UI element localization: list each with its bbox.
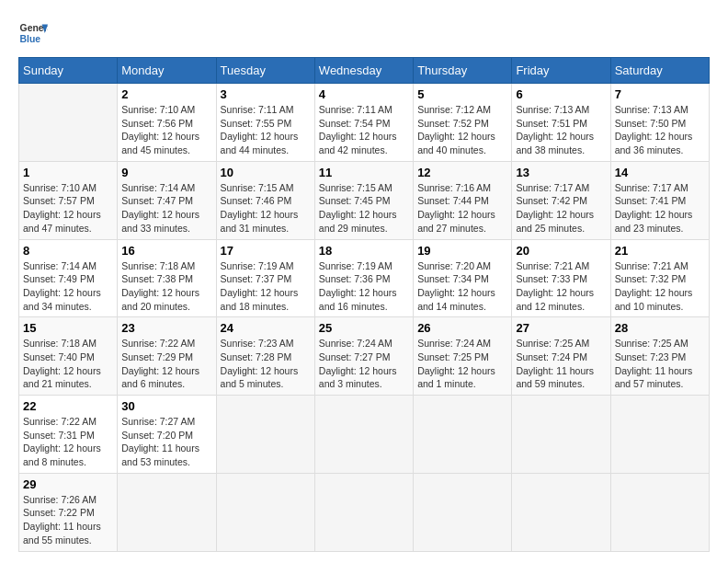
day-info: Sunrise: 7:16 AMSunset: 7:44 PMDaylight:… (417, 181, 507, 236)
calendar-day-cell: 1Sunrise: 7:10 AMSunset: 7:57 PMDaylight… (19, 161, 118, 239)
calendar-week-row: 2Sunrise: 7:10 AMSunset: 7:56 PMDaylight… (19, 84, 710, 162)
day-number: 23 (121, 321, 211, 335)
day-number: 16 (121, 244, 211, 258)
calendar-day-cell: 3Sunrise: 7:11 AMSunset: 7:55 PMDaylight… (216, 84, 314, 162)
calendar-day-cell (414, 396, 512, 474)
day-number: 3 (221, 87, 311, 101)
day-number: 14 (615, 166, 705, 179)
calendar-day-cell: 12Sunrise: 7:16 AMSunset: 7:44 PMDayligh… (414, 161, 512, 239)
calendar-day-cell (610, 396, 709, 474)
day-number: 30 (121, 399, 211, 413)
calendar-week-row: 29Sunrise: 7:26 AMSunset: 7:22 PMDayligh… (19, 473, 710, 551)
day-number: 2 (121, 87, 211, 101)
calendar-day-cell: 11Sunrise: 7:15 AMSunset: 7:45 PMDayligh… (314, 161, 413, 239)
calendar-day-cell: 20Sunrise: 7:21 AMSunset: 7:33 PMDayligh… (512, 239, 610, 317)
day-number: 7 (615, 87, 705, 101)
calendar-table: SundayMondayTuesdayWednesdayThursdayFrid… (18, 57, 710, 552)
day-number: 29 (23, 477, 113, 491)
calendar-day-cell: 21Sunrise: 7:21 AMSunset: 7:32 PMDayligh… (610, 239, 709, 317)
calendar-day-cell: 26Sunrise: 7:24 AMSunset: 7:25 PMDayligh… (414, 317, 512, 396)
calendar-day-cell (314, 396, 413, 474)
calendar-day-cell: 5Sunrise: 7:12 AMSunset: 7:52 PMDaylight… (414, 84, 512, 162)
day-info: Sunrise: 7:22 AMSunset: 7:31 PMDaylight:… (23, 415, 113, 469)
day-number: 13 (516, 166, 606, 179)
calendar-day-cell: 17Sunrise: 7:19 AMSunset: 7:37 PMDayligh… (216, 239, 314, 317)
logo-icon: General Blue (18, 18, 48, 48)
day-number: 22 (23, 399, 113, 413)
day-number: 28 (615, 321, 705, 335)
calendar-day-cell (610, 473, 709, 551)
weekday-header-row: SundayMondayTuesdayWednesdayThursdayFrid… (19, 58, 710, 84)
day-info: Sunrise: 7:19 AMSunset: 7:36 PMDaylight:… (319, 259, 409, 314)
day-info: Sunrise: 7:24 AMSunset: 7:25 PMDaylight:… (417, 337, 507, 391)
calendar-week-row: 15Sunrise: 7:18 AMSunset: 7:40 PMDayligh… (19, 317, 710, 396)
day-info: Sunrise: 7:21 AMSunset: 7:33 PMDaylight:… (516, 259, 606, 314)
day-info: Sunrise: 7:25 AMSunset: 7:24 PMDaylight:… (516, 337, 606, 391)
weekday-header: Saturday (610, 58, 709, 84)
day-number: 12 (417, 166, 507, 179)
day-number: 24 (221, 321, 311, 335)
calendar-day-cell (118, 473, 216, 551)
calendar-day-cell: 22Sunrise: 7:22 AMSunset: 7:31 PMDayligh… (19, 396, 118, 474)
day-info: Sunrise: 7:25 AMSunset: 7:23 PMDaylight:… (615, 337, 705, 391)
day-number: 9 (121, 166, 211, 179)
page-header: General Blue (18, 18, 710, 48)
weekday-header: Sunday (19, 58, 118, 84)
day-info: Sunrise: 7:17 AMSunset: 7:41 PMDaylight:… (615, 181, 705, 236)
day-number: 8 (23, 244, 113, 258)
day-number: 19 (417, 244, 507, 258)
day-number: 6 (516, 87, 606, 101)
calendar-day-cell (512, 473, 610, 551)
day-number: 10 (221, 166, 311, 179)
day-info: Sunrise: 7:14 AMSunset: 7:49 PMDaylight:… (23, 259, 113, 314)
calendar-day-cell: 19Sunrise: 7:20 AMSunset: 7:34 PMDayligh… (414, 239, 512, 317)
svg-text:Blue: Blue (20, 34, 41, 44)
day-info: Sunrise: 7:23 AMSunset: 7:28 PMDaylight:… (221, 337, 311, 391)
day-number: 26 (417, 321, 507, 335)
day-number: 1 (23, 166, 113, 179)
weekday-header: Thursday (414, 58, 512, 84)
day-info: Sunrise: 7:18 AMSunset: 7:40 PMDaylight:… (23, 337, 113, 391)
day-info: Sunrise: 7:13 AMSunset: 7:51 PMDaylight:… (516, 103, 606, 157)
calendar-day-cell (512, 396, 610, 474)
day-number: 4 (319, 87, 409, 101)
day-info: Sunrise: 7:11 AMSunset: 7:54 PMDaylight:… (319, 103, 409, 157)
day-info: Sunrise: 7:18 AMSunset: 7:38 PMDaylight:… (121, 259, 211, 314)
calendar-day-cell: 23Sunrise: 7:22 AMSunset: 7:29 PMDayligh… (118, 317, 216, 396)
day-number: 11 (319, 166, 409, 179)
logo: General Blue (18, 18, 48, 48)
calendar-day-cell: 29Sunrise: 7:26 AMSunset: 7:22 PMDayligh… (19, 473, 118, 551)
calendar-day-cell (414, 473, 512, 551)
day-number: 25 (319, 321, 409, 335)
calendar-day-cell: 8Sunrise: 7:14 AMSunset: 7:49 PMDaylight… (19, 239, 118, 317)
day-info: Sunrise: 7:10 AMSunset: 7:57 PMDaylight:… (23, 181, 113, 236)
day-number: 15 (23, 321, 113, 335)
calendar-day-cell: 30Sunrise: 7:27 AMSunset: 7:20 PMDayligh… (118, 396, 216, 474)
day-info: Sunrise: 7:21 AMSunset: 7:32 PMDaylight:… (615, 259, 705, 314)
calendar-day-cell (19, 84, 118, 162)
day-info: Sunrise: 7:13 AMSunset: 7:50 PMDaylight:… (615, 103, 705, 157)
calendar-day-cell: 24Sunrise: 7:23 AMSunset: 7:28 PMDayligh… (216, 317, 314, 396)
day-info: Sunrise: 7:15 AMSunset: 7:46 PMDaylight:… (221, 181, 311, 236)
calendar-day-cell (216, 473, 314, 551)
day-info: Sunrise: 7:17 AMSunset: 7:42 PMDaylight:… (516, 181, 606, 236)
calendar-day-cell: 27Sunrise: 7:25 AMSunset: 7:24 PMDayligh… (512, 317, 610, 396)
weekday-header: Monday (118, 58, 216, 84)
calendar-day-cell: 13Sunrise: 7:17 AMSunset: 7:42 PMDayligh… (512, 161, 610, 239)
day-info: Sunrise: 7:12 AMSunset: 7:52 PMDaylight:… (417, 103, 507, 157)
day-info: Sunrise: 7:24 AMSunset: 7:27 PMDaylight:… (319, 337, 409, 391)
calendar-week-row: 8Sunrise: 7:14 AMSunset: 7:49 PMDaylight… (19, 239, 710, 317)
day-info: Sunrise: 7:27 AMSunset: 7:20 PMDaylight:… (121, 415, 211, 469)
weekday-header: Tuesday (216, 58, 314, 84)
day-number: 18 (319, 244, 409, 258)
weekday-header: Friday (512, 58, 610, 84)
calendar-day-cell: 16Sunrise: 7:18 AMSunset: 7:38 PMDayligh… (118, 239, 216, 317)
calendar-day-cell (216, 396, 314, 474)
calendar-week-row: 1Sunrise: 7:10 AMSunset: 7:57 PMDaylight… (19, 161, 710, 239)
day-info: Sunrise: 7:11 AMSunset: 7:55 PMDaylight:… (221, 103, 311, 157)
day-number: 5 (417, 87, 507, 101)
calendar-day-cell: 15Sunrise: 7:18 AMSunset: 7:40 PMDayligh… (19, 317, 118, 396)
day-info: Sunrise: 7:15 AMSunset: 7:45 PMDaylight:… (319, 181, 409, 236)
day-number: 21 (615, 244, 705, 258)
day-number: 27 (516, 321, 606, 335)
